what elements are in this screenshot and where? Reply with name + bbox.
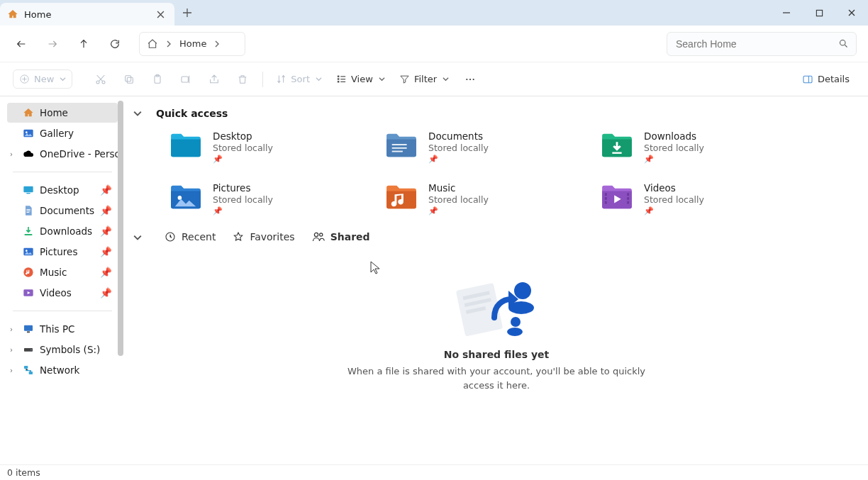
sidebar-item-home[interactable]: Home bbox=[7, 103, 118, 123]
music-icon bbox=[23, 267, 34, 278]
sidebar-item-symbols[interactable]: ›Symbols (S:) bbox=[7, 340, 118, 359]
sidebar-item-label: Documents bbox=[40, 205, 94, 216]
folder-downloads-icon bbox=[600, 130, 634, 160]
pin-icon: 📌 bbox=[213, 155, 273, 164]
chevron-right-icon[interactable]: › bbox=[10, 367, 13, 374]
quick-access-item[interactable]: DocumentsStored locally📌 bbox=[382, 126, 597, 168]
svg-rect-33 bbox=[392, 151, 403, 152]
item-subtitle: Stored locally bbox=[428, 143, 489, 153]
chevron-down-icon[interactable] bbox=[133, 109, 148, 118]
search-input[interactable] bbox=[674, 38, 838, 50]
item-subtitle: Stored locally bbox=[644, 194, 704, 205]
quick-access-item[interactable]: PicturesStored locally📌 bbox=[166, 178, 382, 220]
titlebar: Home bbox=[0, 0, 868, 26]
svg-point-51 bbox=[511, 317, 521, 327]
refresh-button[interactable] bbox=[101, 31, 129, 57]
sidebar-item-label: Videos bbox=[40, 287, 72, 298]
empty-body: When a file is shared with your account,… bbox=[347, 364, 645, 392]
sort-button[interactable]: Sort bbox=[270, 70, 328, 88]
tab-home[interactable]: Home bbox=[0, 3, 174, 26]
rename-button[interactable] bbox=[173, 67, 199, 91]
forward-button[interactable] bbox=[38, 31, 67, 57]
quick-access-item[interactable]: DesktopStored locally📌 bbox=[166, 126, 382, 168]
svg-rect-36 bbox=[605, 193, 607, 196]
new-tab-button[interactable] bbox=[174, 0, 200, 26]
back-button[interactable] bbox=[7, 31, 35, 57]
share-button[interactable] bbox=[201, 67, 227, 91]
search-box[interactable] bbox=[667, 32, 857, 56]
sidebar-item-desktop[interactable]: Desktop📌 bbox=[7, 180, 118, 200]
window-minimize-button[interactable] bbox=[770, 0, 803, 26]
filter-label: Filter bbox=[414, 74, 437, 84]
item-title: Documents bbox=[428, 130, 489, 142]
paste-button[interactable] bbox=[145, 67, 170, 91]
pictures-icon bbox=[23, 246, 34, 257]
details-pane-button[interactable]: Details bbox=[796, 70, 855, 89]
chevron-down-icon[interactable] bbox=[133, 233, 148, 242]
tab-shared[interactable]: Shared bbox=[312, 231, 370, 244]
svg-rect-20 bbox=[26, 193, 30, 194]
sidebar-item-downloads[interactable]: Downloads📌 bbox=[7, 221, 118, 241]
sidebar-item-gallery[interactable]: Gallery bbox=[7, 123, 118, 143]
filter-button[interactable]: Filter bbox=[394, 70, 455, 88]
sidebar-item-network[interactable]: ›Network bbox=[7, 360, 118, 380]
sidebar-item-label: Network bbox=[40, 364, 79, 376]
quick-access-item[interactable]: VideosStored locally📌 bbox=[597, 178, 813, 220]
item-title: Downloads bbox=[644, 130, 704, 142]
window-maximize-button[interactable] bbox=[803, 0, 835, 26]
view-button[interactable]: View bbox=[330, 70, 391, 88]
svg-rect-0 bbox=[816, 10, 822, 16]
sidebar-item-pictures[interactable]: Pictures📌 bbox=[7, 242, 118, 262]
tab-label: Recent bbox=[182, 231, 216, 242]
item-subtitle: Stored locally bbox=[213, 194, 273, 205]
sidebar-item-music[interactable]: Music📌 bbox=[7, 262, 118, 282]
pin-icon: 📌 bbox=[100, 287, 112, 298]
svg-rect-37 bbox=[605, 197, 607, 200]
cut-button[interactable] bbox=[88, 67, 113, 91]
window-close-button[interactable] bbox=[835, 0, 868, 26]
tab-close-button[interactable] bbox=[152, 6, 169, 23]
delete-button[interactable] bbox=[230, 67, 255, 91]
empty-title: No shared files yet bbox=[133, 349, 859, 360]
svg-point-43 bbox=[314, 233, 318, 236]
svg-point-15 bbox=[473, 78, 474, 79]
sidebar-item-label: Gallery bbox=[40, 128, 74, 139]
home-icon bbox=[23, 107, 34, 118]
tab-label: Shared bbox=[330, 231, 370, 242]
more-button[interactable] bbox=[457, 67, 483, 91]
status-item-count: 0 items bbox=[7, 467, 40, 478]
section-title: Quick access bbox=[156, 108, 228, 119]
chevron-right-icon[interactable]: › bbox=[10, 346, 13, 354]
tab-favorites[interactable]: Favorites bbox=[233, 231, 294, 244]
quick-access-item[interactable]: DownloadsStored locally📌 bbox=[597, 126, 813, 168]
people-icon bbox=[312, 231, 325, 242]
folder-desktop-icon bbox=[169, 130, 203, 160]
chevron-right-icon[interactable]: › bbox=[10, 150, 13, 158]
svg-point-13 bbox=[466, 78, 467, 79]
tab-recent[interactable]: Recent bbox=[165, 231, 216, 244]
documents-icon bbox=[23, 205, 34, 216]
sidebar-item-documents[interactable]: Documents📌 bbox=[7, 201, 118, 221]
status-bar: 0 items bbox=[0, 464, 868, 480]
main-content: Quick access DesktopStored locally📌 Docu… bbox=[125, 96, 868, 464]
empty-state: No shared files yet When a file is share… bbox=[133, 271, 859, 392]
new-button[interactable]: New bbox=[13, 69, 72, 89]
sidebar-item-label: OneDrive - Persc bbox=[40, 148, 118, 160]
item-subtitle: Stored locally bbox=[213, 143, 273, 153]
chevron-right-icon[interactable]: › bbox=[10, 325, 13, 333]
chevron-down-icon bbox=[316, 76, 322, 82]
breadcrumb[interactable]: Home bbox=[139, 32, 245, 56]
quick-access-item[interactable]: MusicStored locally📌 bbox=[382, 178, 597, 220]
sidebar-item-onedrive[interactable]: › OneDrive - Persc bbox=[7, 144, 118, 164]
sidebar-item-thispc[interactable]: ›This PC bbox=[7, 319, 118, 339]
sidebar-item-label: Pictures bbox=[40, 246, 77, 257]
clock-icon bbox=[165, 231, 176, 242]
sidebar-scrollbar[interactable] bbox=[116, 101, 125, 455]
up-button[interactable] bbox=[69, 31, 98, 57]
star-icon bbox=[233, 231, 244, 242]
quick-access-header[interactable]: Quick access bbox=[133, 108, 859, 119]
svg-rect-39 bbox=[627, 193, 629, 196]
copy-button[interactable] bbox=[116, 67, 142, 91]
sidebar-item-videos[interactable]: Videos📌 bbox=[7, 283, 118, 303]
pin-icon: 📌 bbox=[428, 206, 489, 216]
